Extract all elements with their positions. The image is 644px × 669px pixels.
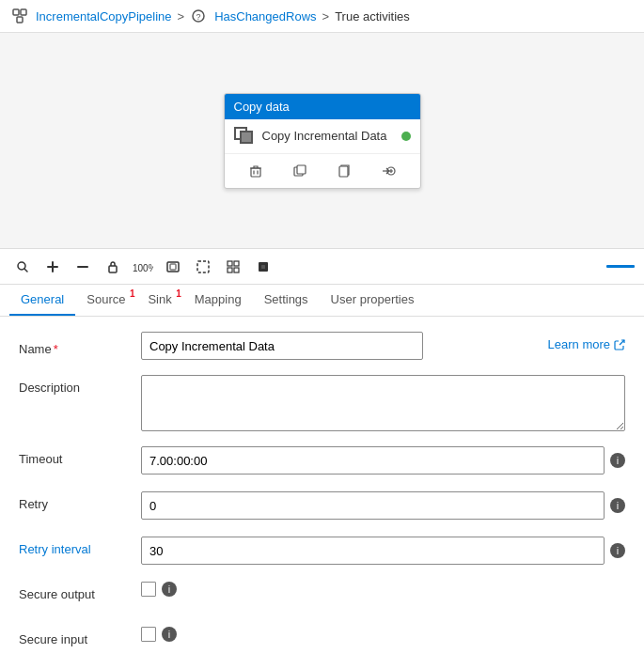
lock-toolbar-button[interactable] (100, 255, 126, 279)
name-required: * (54, 342, 58, 356)
activity-node-label: Copy Incremental Data (262, 129, 387, 143)
pipeline-icon (11, 8, 28, 24)
retry-input[interactable] (141, 491, 605, 520)
breadcrumb-sep2: > (322, 9, 330, 23)
svg-rect-14 (170, 264, 176, 270)
name-label: Name* (19, 336, 141, 356)
timeout-row: Timeout i (19, 446, 625, 476)
zoom-100-button[interactable]: 100% (130, 255, 156, 279)
breadcrumb-bar: IncrementalCopyPipeline > ? HasChangedRo… (0, 0, 644, 33)
retry-interval-info-icon[interactable]: i (610, 543, 625, 558)
select-button[interactable] (190, 255, 216, 279)
retry-interval-input-wrap: i (141, 537, 625, 565)
description-row: Description (19, 375, 625, 431)
breadcrumb-pipeline[interactable]: IncrementalCopyPipeline (36, 9, 172, 23)
secure-output-label: Secure output (19, 582, 141, 601)
activity-node[interactable]: Copy data Copy Incremental Data (224, 93, 421, 189)
retry-info-icon[interactable]: i (610, 498, 625, 513)
condition-icon: ? (190, 8, 207, 24)
svg-rect-11 (109, 266, 117, 272)
secure-output-row: Secure output i (19, 582, 625, 612)
tab-mapping[interactable]: Mapping (183, 285, 253, 316)
move-button[interactable] (250, 255, 276, 279)
svg-rect-8 (339, 166, 348, 177)
secure-input-label: Secure input (19, 627, 141, 646)
timeout-info-icon[interactable]: i (610, 453, 625, 468)
description-input[interactable] (141, 375, 625, 431)
svg-rect-19 (234, 268, 239, 272)
timeout-input[interactable] (141, 446, 605, 475)
form-area: Name* Learn more Description Timeout i R… (0, 317, 644, 669)
secure-input-row: Secure input i (19, 627, 625, 657)
svg-rect-18 (228, 268, 232, 272)
svg-text:?: ? (196, 12, 201, 22)
tabs-bar: General Source 1 Sink 1 Mapping Settings… (0, 285, 644, 317)
svg-rect-17 (234, 261, 239, 266)
retry-interval-label: Retry interval (19, 537, 141, 556)
add-toolbar-button[interactable] (39, 255, 66, 279)
activity-node-body: Copy Incremental Data (225, 119, 420, 154)
tab-source[interactable]: Source 1 (75, 285, 136, 316)
secure-input-checkbox[interactable] (141, 627, 156, 642)
clone-button[interactable] (287, 160, 313, 182)
active-indicator (606, 265, 635, 268)
svg-rect-7 (297, 165, 306, 174)
svg-text:100%: 100% (133, 263, 153, 273)
svg-rect-15 (197, 261, 209, 272)
retry-interval-row: Retry interval i (19, 537, 625, 567)
svg-rect-2 (17, 17, 23, 23)
delete-button[interactable] (243, 160, 269, 182)
svg-rect-1 (21, 9, 26, 15)
toolbar: 100% (0, 249, 644, 285)
arrange-button[interactable] (220, 255, 246, 279)
secure-output-checkbox[interactable] (141, 582, 156, 597)
breadcrumb-sep1: > (178, 9, 185, 23)
secure-input-wrap: i (141, 627, 625, 642)
minus-toolbar-button[interactable] (70, 255, 96, 279)
svg-rect-0 (13, 9, 19, 15)
retry-row: Retry i (19, 491, 625, 521)
tab-general[interactable]: General (9, 285, 75, 316)
fit-view-button[interactable] (160, 255, 186, 279)
learn-more-link[interactable]: Learn more (548, 332, 625, 351)
add-activity-button[interactable] (375, 160, 401, 182)
retry-input-wrap: i (141, 491, 625, 520)
timeout-input-wrap: i (141, 446, 625, 475)
retry-interval-input[interactable] (141, 537, 605, 565)
search-toolbar-button[interactable] (9, 255, 36, 279)
svg-rect-21 (261, 265, 265, 269)
tab-sink[interactable]: Sink 1 (136, 285, 182, 316)
secure-output-info-icon[interactable]: i (162, 582, 177, 597)
timeout-label: Timeout (19, 446, 141, 466)
breadcrumb-current: True activities (335, 9, 410, 23)
copy-button[interactable] (331, 160, 357, 182)
secure-output-wrap: i (141, 582, 625, 597)
status-indicator (401, 132, 411, 141)
svg-rect-16 (228, 261, 232, 266)
secure-input-info-icon[interactable]: i (162, 627, 177, 642)
breadcrumb-condition[interactable]: HasChangedRows (214, 9, 316, 23)
copy-data-icon (234, 127, 257, 146)
activity-node-header: Copy data (225, 94, 420, 119)
tab-user-properties[interactable]: User properties (320, 285, 426, 316)
name-input[interactable] (141, 332, 423, 360)
source-badge: 1 (130, 288, 135, 299)
activity-node-actions (225, 154, 420, 188)
tab-settings[interactable]: Settings (253, 285, 320, 316)
retry-label: Retry (19, 491, 141, 511)
canvas-area[interactable]: Copy data Copy Incremental Data (0, 33, 644, 249)
svg-rect-5 (251, 168, 260, 177)
external-link-icon (614, 339, 625, 350)
description-label: Description (19, 375, 141, 395)
sink-badge: 1 (176, 288, 181, 299)
